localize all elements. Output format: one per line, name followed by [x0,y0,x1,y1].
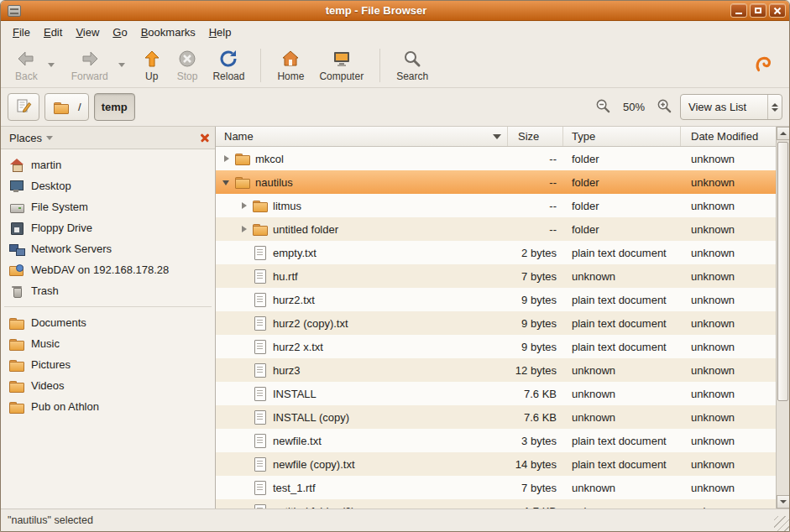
sidebar-item[interactable]: Videos [1,375,215,396]
file-name: hurz2 x.txt [273,341,323,353]
places-header[interactable]: Places [1,127,215,149]
file-name: hurz3 [273,364,301,377]
file-row[interactable]: hurz2.txt 9 bytes plain text document un… [216,288,776,311]
file-icon [253,457,268,471]
sidebar-item-label: Floppy Drive [31,222,92,234]
file-row[interactable]: newfile (copy).txt 14 bytes plain text d… [216,452,776,476]
column-header-name[interactable]: Name [216,127,508,146]
file-name-cell: nautilus [216,170,508,194]
scroll-up-button[interactable] [777,127,790,140]
column-header-size[interactable]: Size [508,127,563,146]
file-row[interactable]: INSTALL (copy) 7.6 KB unknown unknown [216,405,776,429]
zoom-in-button[interactable] [653,96,675,119]
menu-file[interactable]: File [6,23,37,41]
sidebar-item[interactable]: Network Servers [1,238,215,259]
sidebar-item[interactable]: Trash [1,280,215,301]
network-icon [9,243,24,256]
file-type: plain text document [563,241,681,264]
file-name: empty.txt [273,247,317,259]
sidebar-item[interactable]: Floppy Drive [1,217,215,238]
close-button[interactable] [769,3,786,18]
menu-bookmarks[interactable]: Bookmarks [134,23,202,41]
view-mode-select[interactable]: View as List [680,94,782,120]
folder-icon [9,316,24,330]
file-row[interactable]: untitled folder (2) 1.7 KB unknown unkno… [216,499,776,509]
forward-button[interactable]: Forward [64,45,116,85]
file-type: unknown [563,264,681,288]
zoom-out-button[interactable] [593,96,615,119]
file-modified: unknown [681,476,776,499]
folder-icon [9,379,24,393]
maximize-button[interactable] [750,3,766,18]
file-row[interactable]: hurz2 (copy).txt 9 bytes plain text docu… [216,311,776,335]
scrollbar-thumb[interactable] [777,142,788,401]
sidebar-item[interactable]: Documents [1,312,215,333]
sidebar-item[interactable]: WebDAV on 192.168.178.28 [1,259,215,280]
sidebar-item[interactable]: File System [1,196,215,217]
places-sidebar: Places martin Desktop File System Floppy… [1,127,216,509]
path-root-button[interactable]: / [44,93,89,121]
path-current-button[interactable]: temp [94,93,135,121]
minimize-button[interactable] [730,3,747,18]
throbber-icon [752,53,774,77]
reload-button[interactable]: Reload [205,45,252,85]
back-dropdown[interactable] [45,47,57,84]
file-row[interactable]: empty.txt 2 bytes plain text document un… [216,241,776,264]
scroll-down-button[interactable] [777,495,790,509]
sidebar-item-label: Music [31,337,60,350]
file-row[interactable]: mkcol -- folder unknown [216,147,776,170]
toolbar-separator [379,49,380,82]
file-modified: unknown [681,288,776,311]
file-row[interactable]: INSTALL 7.6 KB unknown unknown [216,382,776,405]
file-name: mkcol [255,153,284,165]
file-row[interactable]: untitled folder -- folder unknown [216,217,776,241]
titlebar[interactable]: temp - File Browser [1,1,789,21]
file-row[interactable]: newfile.txt 3 bytes plain text document … [216,429,776,452]
file-row[interactable]: hu.rtf 7 bytes unknown unknown [216,264,776,288]
sidebar-item[interactable]: Pictures [1,354,215,375]
column-header-modified[interactable]: Date Modified [681,127,776,146]
stop-button[interactable]: Stop [170,45,206,85]
file-type: plain text document [563,452,681,476]
computer-button[interactable]: Computer [311,45,371,85]
file-name-cell: newfile (copy).txt [216,452,508,476]
expander-icon[interactable] [238,200,251,211]
back-icon [16,48,36,70]
file-row[interactable]: litmus -- folder unknown [216,194,776,217]
expander-icon[interactable] [221,153,233,164]
vertical-scrollbar[interactable] [776,127,789,509]
edit-location-button[interactable] [8,93,39,121]
file-name-cell: mkcol [216,147,508,170]
file-row[interactable]: hurz3 12 bytes unknown unknown [216,358,776,382]
sidebar-item[interactable]: martin [1,154,215,175]
computer-icon [332,48,352,70]
sidebar-item-label: martin [31,159,61,171]
sidebar-item[interactable]: Desktop [1,175,215,196]
reload-icon [218,48,238,70]
menu-go[interactable]: Go [106,23,133,41]
up-label: Up [145,70,158,82]
sidebar-item[interactable]: Music [1,333,215,354]
file-size: 12 bytes [508,358,563,382]
sidebar-item[interactable]: Pub on Athlon [1,396,215,417]
search-button[interactable]: Search [389,45,436,85]
up-button[interactable]: Up [134,45,170,85]
menu-edit[interactable]: Edit [37,23,69,41]
back-button[interactable]: Back [8,45,45,85]
menu-help[interactable]: Help [202,23,238,41]
file-size: 14 bytes [508,452,563,476]
resize-grip[interactable] [774,516,789,531]
file-row[interactable]: test_1.rtf 7 bytes unknown unknown [216,476,776,499]
close-sidebar-button[interactable] [200,133,210,143]
expander-icon[interactable] [221,176,233,188]
file-rows: mkcol -- folder unknown nautilus -- fold… [216,147,776,509]
file-row[interactable]: nautilus -- folder unknown [216,170,776,194]
file-row[interactable]: hurz2 x.txt 9 bytes plain text document … [216,335,776,358]
up-icon [142,48,162,70]
column-header-type[interactable]: Type [563,127,681,146]
window-title: temp - File Browser [24,4,728,17]
home-button[interactable]: Home [269,45,311,85]
expander-icon[interactable] [238,223,251,235]
forward-dropdown[interactable] [116,47,128,84]
menu-view[interactable]: View [69,23,106,41]
